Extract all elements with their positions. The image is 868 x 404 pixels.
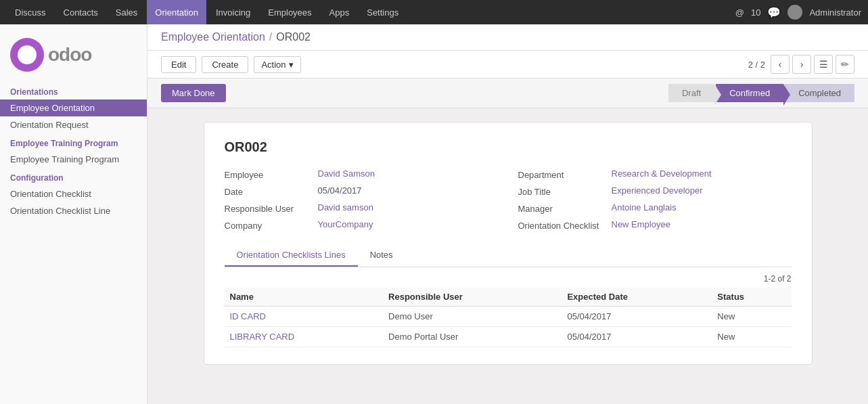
pagination-info: 2 / 2 xyxy=(748,60,765,70)
status-confirmed[interactable]: Confirmed xyxy=(716,84,783,102)
logo-outer-circle xyxy=(10,38,44,72)
field-label-department: Department xyxy=(518,169,606,180)
status-draft[interactable]: Draft xyxy=(668,84,714,102)
status-completed[interactable]: Completed xyxy=(785,84,854,102)
edit-view-button[interactable]: ✏ xyxy=(836,55,854,74)
field-label-orientation-checklist: Orientation Checklist xyxy=(518,219,606,231)
nav-apps[interactable]: Apps xyxy=(321,0,358,24)
field-manager: Manager Antoine Langlais xyxy=(518,202,792,214)
breadcrumb-parent[interactable]: Employee Orientation xyxy=(161,31,265,43)
col-name: Name xyxy=(225,288,384,307)
checklists-table: Name Responsible User Expected Date Stat… xyxy=(225,288,792,347)
pagination-controls: ‹ › ☰ ✏ xyxy=(771,55,854,74)
avatar xyxy=(787,5,802,20)
field-value-date: 05/04/2017 xyxy=(318,185,362,196)
nav-discuss[interactable]: Discuss xyxy=(7,0,54,24)
field-value-employee[interactable]: David Samson xyxy=(318,169,375,179)
tab-notes[interactable]: Notes xyxy=(358,244,405,267)
field-company: Company YourCompany xyxy=(225,219,498,231)
record-title: OR002 xyxy=(225,139,792,155)
fields-right: Department Research & Development Job Ti… xyxy=(518,169,792,231)
nav-orientation[interactable]: Orientation xyxy=(147,0,206,24)
breadcrumb-current: OR002 xyxy=(276,31,311,43)
at-icon: @ xyxy=(735,7,744,18)
list-view-button[interactable]: ☰ xyxy=(814,55,833,74)
action-dropdown-icon: ▾ xyxy=(289,60,294,70)
field-value-manager[interactable]: Antoine Langlais xyxy=(612,202,677,212)
field-value-company[interactable]: YourCompany xyxy=(318,219,373,229)
status-bar: Mark Done Draft Confirmed Completed xyxy=(147,78,868,108)
fields-left: Employee David Samson Date 05/04/2017 Re… xyxy=(225,169,498,231)
top-navigation: Discuss Contacts Sales Orientation Invoi… xyxy=(0,0,868,24)
logo-text: odoo xyxy=(48,44,91,66)
admin-label[interactable]: Administrator xyxy=(809,7,861,18)
tab-checklists-lines[interactable]: Orientation Checklists Lines xyxy=(225,244,358,267)
nav-invoicing[interactable]: Invoicing xyxy=(208,0,258,24)
tabs-bar: Orientation Checklists Lines Notes xyxy=(225,244,792,267)
next-page-button[interactable]: › xyxy=(792,55,811,74)
field-department: Department Research & Development xyxy=(518,169,792,180)
table-count: 1-2 of 2 xyxy=(225,274,792,284)
sidebar: odoo Orientations Employee Orientation O… xyxy=(0,24,147,404)
form-card: OR002 Employee David Samson Date 05/04/2… xyxy=(204,122,813,365)
nav-items: Discuss Contacts Sales Orientation Invoi… xyxy=(7,0,407,24)
main-layout: odoo Orientations Employee Orientation O… xyxy=(0,24,868,404)
table-row[interactable]: LIBRARY CARD Demo Portal User 05/04/2017… xyxy=(225,327,792,347)
edit-button[interactable]: Edit xyxy=(161,56,196,73)
nav-right: @ 10 💬 Administrator xyxy=(735,5,861,20)
logo-inner-circle xyxy=(18,45,37,64)
sidebar-section-configuration: Configuration xyxy=(0,168,147,185)
nav-employees[interactable]: Employees xyxy=(260,0,319,24)
field-label-job-title: Job Title xyxy=(518,185,606,197)
cell-responsible: Demo Portal User xyxy=(383,327,562,347)
col-expected-date: Expected Date xyxy=(562,288,712,307)
table-row[interactable]: ID CARD Demo User 05/04/2017 New xyxy=(225,307,792,327)
field-employee: Employee David Samson xyxy=(225,169,498,180)
field-label-company: Company xyxy=(225,219,313,231)
odoo-logo: odoo xyxy=(0,31,147,82)
cell-expected-date: 05/04/2017 xyxy=(562,307,712,327)
col-responsible: Responsible User xyxy=(383,288,562,307)
sidebar-item-employee-orientation[interactable]: Employee Orientation xyxy=(0,99,147,116)
nav-contacts[interactable]: Contacts xyxy=(55,0,106,24)
field-job-title: Job Title Experienced Developer xyxy=(518,185,792,197)
prev-page-button[interactable]: ‹ xyxy=(771,55,790,74)
field-value-job-title[interactable]: Experienced Developer xyxy=(612,185,703,196)
nav-sales[interactable]: Sales xyxy=(108,0,146,24)
action-button[interactable]: Action ▾ xyxy=(254,56,300,73)
cell-status: New xyxy=(712,327,791,347)
create-button[interactable]: Create xyxy=(202,56,248,73)
fields-grid: Employee David Samson Date 05/04/2017 Re… xyxy=(225,169,792,231)
cell-name[interactable]: ID CARD xyxy=(225,307,384,327)
field-label-responsible: Responsible User xyxy=(225,202,313,214)
field-label-date: Date xyxy=(225,185,313,197)
field-label-employee: Employee xyxy=(225,169,313,180)
field-value-department[interactable]: Research & Development xyxy=(612,169,712,179)
chat-icon[interactable]: 💬 xyxy=(767,6,781,19)
sidebar-section-orientations: Orientations xyxy=(0,82,147,99)
sidebar-item-training-program[interactable]: Employee Training Program xyxy=(0,151,147,168)
sidebar-item-orientation-checklist[interactable]: Orientation Checklist xyxy=(0,185,147,202)
cell-status: New xyxy=(712,307,791,327)
status-steps: Draft Confirmed Completed xyxy=(668,84,854,102)
form-content: OR002 Employee David Samson Date 05/04/2… xyxy=(147,108,868,404)
cell-responsible: Demo User xyxy=(383,307,562,327)
field-value-responsible[interactable]: David samson xyxy=(318,202,373,212)
field-value-orientation-checklist[interactable]: New Employee xyxy=(612,219,670,229)
field-label-manager: Manager xyxy=(518,202,606,214)
field-responsible-user: Responsible User David samson xyxy=(225,202,498,214)
action-label: Action xyxy=(261,60,285,70)
content-area: Employee Orientation / OR002 Edit Create… xyxy=(147,24,868,404)
col-status: Status xyxy=(712,288,791,307)
mark-done-button[interactable]: Mark Done xyxy=(161,84,226,102)
nav-settings[interactable]: Settings xyxy=(359,0,407,24)
cell-expected-date: 05/04/2017 xyxy=(562,327,712,347)
cell-name[interactable]: LIBRARY CARD xyxy=(225,327,384,347)
breadcrumb: Employee Orientation / OR002 xyxy=(147,24,868,51)
breadcrumb-separator: / xyxy=(269,31,272,43)
sidebar-item-orientation-checklist-line[interactable]: Orientation Checklist Line xyxy=(0,202,147,219)
sidebar-item-orientation-request[interactable]: Orientation Request xyxy=(0,116,147,133)
field-date: Date 05/04/2017 xyxy=(225,185,498,197)
notification-count[interactable]: 10 xyxy=(751,7,760,18)
sidebar-section-training: Employee Training Program xyxy=(0,133,147,151)
